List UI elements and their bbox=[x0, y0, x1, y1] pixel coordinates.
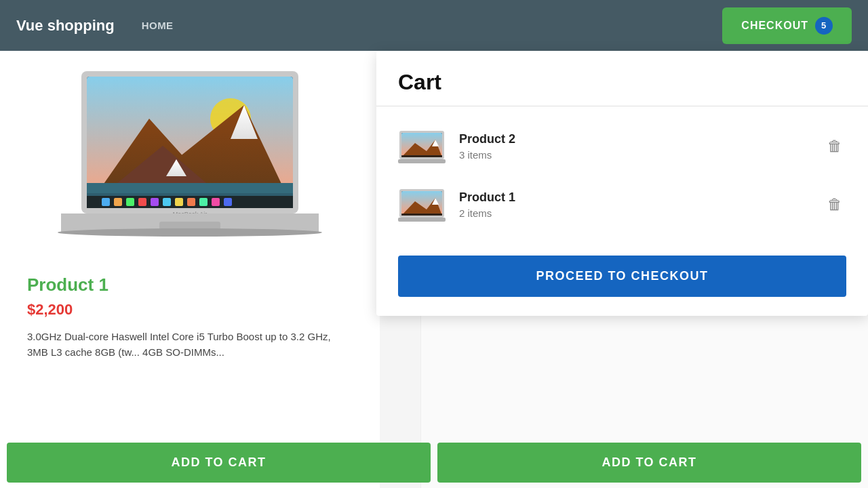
cart-item: Product 2 3 items 🗑 bbox=[376, 117, 868, 176]
add-to-cart-bar: ADD TO CART ADD TO CART bbox=[0, 437, 868, 488]
navbar: Vue shopping HOME CHECKOUT 5 bbox=[0, 0, 868, 51]
svg-rect-21 bbox=[224, 198, 232, 206]
add-to-cart-button-2[interactable]: ADD TO CART bbox=[437, 443, 861, 483]
checkout-button[interactable]: CHECKOUT 5 bbox=[722, 7, 852, 44]
svg-rect-11 bbox=[102, 198, 110, 206]
cart-overlay: Cart bbox=[376, 51, 868, 316]
cart-items-list: Product 2 3 items 🗑 bbox=[376, 106, 868, 245]
svg-rect-32 bbox=[401, 155, 442, 157]
product-1-image-container: MacBook Air bbox=[0, 51, 380, 261]
svg-rect-13 bbox=[126, 198, 134, 206]
cart-item-1-thumbnail bbox=[398, 129, 446, 163]
svg-rect-19 bbox=[199, 198, 208, 206]
home-nav-link[interactable]: HOME bbox=[142, 20, 174, 31]
cart-item-2-name: Product 1 bbox=[459, 190, 810, 205]
svg-point-26 bbox=[58, 228, 322, 237]
delete-item-2-button[interactable]: 🗑 bbox=[823, 192, 846, 218]
svg-rect-15 bbox=[151, 198, 159, 206]
cart-item-2-quantity: 2 items bbox=[459, 207, 810, 219]
product-1-description: 3.0GHz Dual-core Haswell Intel Core i5 T… bbox=[27, 329, 353, 360]
svg-rect-14 bbox=[138, 198, 146, 206]
product-1-image: MacBook Air bbox=[20, 64, 359, 254]
svg-rect-9 bbox=[87, 183, 293, 193]
add-to-cart-button-1[interactable]: ADD TO CART bbox=[7, 443, 431, 483]
cart-count-badge: 5 bbox=[815, 17, 833, 35]
cart-item-1-name: Product 2 bbox=[459, 132, 810, 146]
cart-item-1-info: Product 2 3 items bbox=[459, 132, 810, 161]
svg-rect-17 bbox=[175, 198, 183, 206]
checkout-label: CHECKOUT bbox=[741, 20, 808, 32]
svg-rect-33 bbox=[398, 159, 446, 163]
svg-rect-20 bbox=[212, 198, 220, 206]
svg-rect-12 bbox=[114, 198, 122, 206]
proceed-to-checkout-button[interactable]: PROCEED TO CHECKOUT bbox=[398, 256, 846, 297]
app-brand: Vue shopping bbox=[16, 17, 115, 35]
cart-title: Cart bbox=[398, 70, 846, 95]
svg-rect-18 bbox=[187, 198, 195, 206]
cart-item-2-thumbnail bbox=[398, 188, 446, 222]
delete-item-1-button[interactable]: 🗑 bbox=[823, 134, 846, 159]
svg-rect-39 bbox=[401, 214, 442, 216]
cart-header: Cart bbox=[376, 51, 868, 106]
cart-item: Product 1 2 items 🗑 bbox=[376, 176, 868, 234]
main-area: MacBook Air Product 1 $2,200 3.0GHz Dual… bbox=[0, 51, 868, 488]
svg-rect-40 bbox=[398, 218, 446, 222]
product-1-title: Product 1 bbox=[27, 274, 353, 296]
product-1-card: MacBook Air Product 1 $2,200 3.0GHz Dual… bbox=[0, 51, 380, 488]
product-1-price: $2,200 bbox=[27, 301, 353, 319]
cart-item-2-info: Product 1 2 items bbox=[459, 190, 810, 219]
cart-item-1-quantity: 3 items bbox=[459, 149, 810, 161]
svg-rect-16 bbox=[163, 198, 171, 206]
product-1-info: Product 1 $2,200 3.0GHz Dual-core Haswel… bbox=[0, 261, 380, 387]
